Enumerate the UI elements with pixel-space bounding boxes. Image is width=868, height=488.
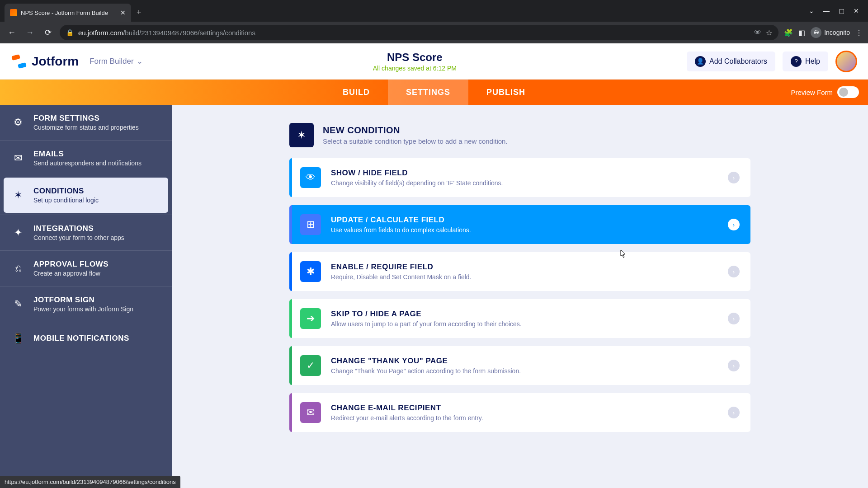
chevron-right-icon: › [728,172,740,183]
shuffle-icon: ✶ [289,123,314,147]
chevron-right-icon: › [728,407,740,418]
content-area: ✶ NEW CONDITION Select a suitable condit… [172,105,868,488]
condition-change-thank-you-page[interactable]: ✓ CHANGE "THANK YOU" PAGE Change "Thank … [289,346,750,385]
tab-build[interactable]: BUILD [325,80,388,105]
sidebar-item-approval-flows[interactable]: ⎌ APPROVAL FLOWS Create an approval flow [0,250,172,286]
sidebar-item-jotform-sign[interactable]: ✎ JOTFORM SIGN Power your forms with Jot… [0,286,172,322]
favicon-icon [10,9,17,16]
reload-button[interactable]: ⟳ [42,28,54,38]
chevron-right-icon: › [728,313,740,324]
new-condition-header: ✶ NEW CONDITION Select a suitable condit… [289,123,750,147]
condition-update-calculate-field[interactable]: ⊞ UPDATE / CALCULATE FIELD Use values fr… [289,205,750,244]
tab-publish[interactable]: PUBLISH [468,80,543,105]
main-layout: ⚙ FORM SETTINGS Customize form status an… [0,105,868,488]
sidebar-item-integrations[interactable]: ✦ INTEGRATIONS Connect your form to othe… [0,215,172,250]
status-bar: https://eu.jotform.com/build/23139409487… [0,476,180,488]
preview-toggle-switch[interactable] [837,86,859,98]
close-window-button[interactable]: ✕ [854,7,859,14]
browser-menu-icon[interactable]: ⋮ [855,28,863,37]
logo-mark-icon [11,53,27,70]
incognito-icon: 🕶 [811,27,821,38]
new-tab-button[interactable]: + [137,8,142,17]
app-header: Jotform Form Builder ⌄ NPS Score All cha… [0,43,868,80]
help-button[interactable]: ? Help [783,52,828,71]
arrow-right-icon: ➔ [300,308,321,329]
form-title[interactable]: NPS Score [143,51,687,64]
form-builder-dropdown[interactable]: Form Builder ⌄ [90,56,142,66]
close-tab-icon[interactable]: ✕ [120,9,126,16]
header-center: NPS Score All changes saved at 6:12 PM [143,51,687,72]
preview-form-toggle: Preview Form [791,86,859,98]
chevron-right-icon: › [728,266,740,277]
chevron-right-icon: › [728,360,740,371]
avatar[interactable] [835,51,857,72]
shuffle-icon: ✶ [11,188,25,202]
condition-show-hide-field[interactable]: 👁 SHOW / HIDE FIELD Change visibility of… [289,158,750,197]
chevron-down-icon: ⌄ [137,56,143,66]
mail-icon: ✉ [300,402,321,423]
settings-sidebar: ⚙ FORM SETTINGS Customize form status an… [0,105,172,488]
question-icon: ? [791,56,802,67]
minimize-button[interactable]: ― [823,7,830,14]
incognito-badge[interactable]: 🕶 Incognito [811,27,850,38]
main-tabs: BUILD SETTINGS PUBLISH Preview Form [0,80,868,105]
condition-enable-require-field[interactable]: ✱ ENABLE / REQUIRE FIELD Require, Disabl… [289,252,750,291]
maximize-button[interactable]: ▢ [839,7,844,14]
eye-icon: 👁 [300,167,321,188]
calculator-icon: ⊞ [300,214,321,235]
bookmark-icon[interactable]: ☆ [766,28,772,37]
lock-icon: 🔒 [66,29,74,36]
browser-tab[interactable]: NPS Score - Jotform Form Builde ✕ [5,4,131,22]
add-collaborators-button[interactable]: 👤 Add Collaborators [687,52,775,71]
check-icon: ✓ [300,355,321,376]
puzzle-icon: ✦ [11,225,25,240]
url-text: eu.jotform.com/build/231394094879066/set… [78,29,750,37]
browser-toolbar: ← → ⟳ 🔒 eu.jotform.com/build/23139409487… [0,22,868,43]
gear-icon: ⚙ [11,115,25,130]
flow-icon: ⎌ [11,261,25,276]
browser-tab-strip: NPS Score - Jotform Form Builde ✕ + ⌄ ― … [0,0,868,22]
side-panel-icon[interactable]: ◧ [798,28,805,37]
header-actions: 👤 Add Collaborators ? Help [687,51,857,72]
tabs-dropdown-icon[interactable]: ⌄ [809,7,814,14]
eye-off-icon[interactable]: 👁 [754,28,761,37]
condition-change-email-recipient[interactable]: ✉ CHANGE E-MAIL RECIPIENT Redirect your … [289,393,750,432]
user-icon: 👤 [695,56,706,67]
tab-title: NPS Score - Jotform Form Builde [21,9,108,16]
chevron-right-icon: › [728,219,740,230]
signature-icon: ✎ [11,297,25,311]
save-status: All changes saved at 6:12 PM [143,65,687,72]
address-bar[interactable]: 🔒 eu.jotform.com/build/231394094879066/s… [60,25,778,40]
forward-button[interactable]: → [24,28,36,38]
sidebar-item-conditions[interactable]: ✶ CONDITIONS Set up conditional logic [4,178,168,213]
window-controls: ⌄ ― ▢ ✕ [809,7,868,14]
mobile-icon: 📱 [11,331,25,346]
sidebar-item-emails[interactable]: ✉ EMAILS Send autoresponders and notific… [0,140,172,176]
asterisk-icon: ✱ [300,261,321,282]
sidebar-item-mobile-notifications[interactable]: 📱 MOBILE NOTIFICATIONS [0,322,172,355]
tab-settings[interactable]: SETTINGS [388,80,468,105]
jotform-logo[interactable]: Jotform [11,53,79,70]
sidebar-item-form-settings[interactable]: ⚙ FORM SETTINGS Customize form status an… [0,105,172,140]
back-button[interactable]: ← [5,28,18,38]
mail-icon: ✉ [11,151,25,165]
extensions-icon[interactable]: 🧩 [784,28,793,37]
app-root: Jotform Form Builder ⌄ NPS Score All cha… [0,43,868,488]
condition-skip-hide-page[interactable]: ➔ SKIP TO / HIDE A PAGE Allow users to j… [289,299,750,338]
